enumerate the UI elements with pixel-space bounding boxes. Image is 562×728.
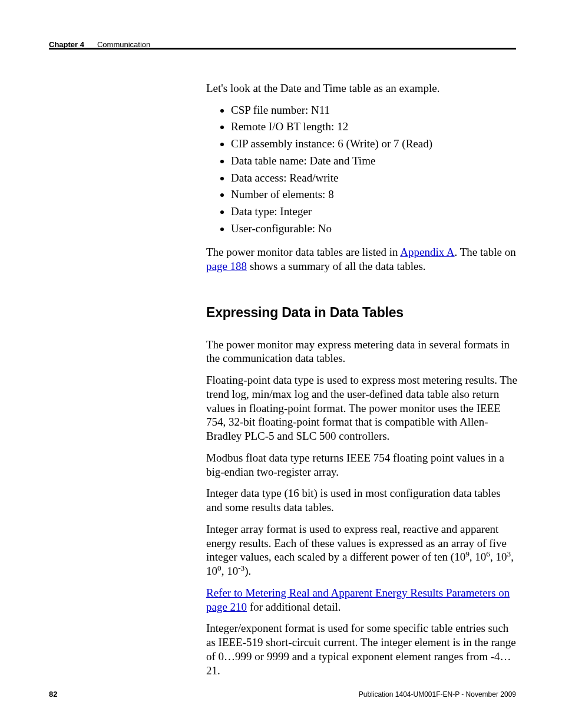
paragraph: Floating-point data type is used to expr… [206, 373, 518, 443]
page: Chapter 4 Communication Let's look at th… [0, 0, 562, 728]
list-item: Data table name: Date and Time [231, 154, 518, 169]
list-item: Number of elements: 8 [231, 187, 518, 202]
list-item: CIP assembly instance: 6 (Write) or 7 (R… [231, 137, 518, 151]
superscript: 6 [486, 549, 490, 558]
paragraph-refer-link: Refer to Metering Real and Apparent Ener… [206, 586, 518, 614]
paragraph: Integer data type (16 bit) is used in mo… [206, 486, 518, 515]
page-number: 82 [49, 690, 57, 699]
text-run: The power monitor data tables are listed… [206, 246, 400, 258]
footer: 82 Publication 1404-UM001F-EN-P - Novemb… [49, 690, 516, 699]
link-page-188[interactable]: page 188 [206, 260, 247, 272]
text-run: Integer array format is used to express … [206, 523, 507, 564]
text-run: for additional detail. [247, 601, 340, 613]
list-item: CSP file number: N11 [231, 103, 518, 118]
superscript: 0 [217, 564, 222, 572]
text-run: ). [244, 565, 251, 577]
paragraph: Modbus float data type returns IEEE 754 … [206, 451, 518, 479]
list-item: Remote I/O BT length: 12 [231, 120, 518, 134]
superscript: 9 [465, 549, 470, 558]
paragraph: Integer/exponent format is used for some… [206, 621, 518, 677]
link-appendix-a[interactable]: Appendix A [400, 246, 454, 258]
body-content: Let's look at the Date and Time table as… [206, 81, 518, 685]
paragraph: The power monitor may express metering d… [206, 338, 518, 366]
text-run: , 10 [222, 565, 239, 577]
text-run: shows a summary of all the data tables. [247, 260, 425, 272]
intro-paragraph: Let's look at the Date and Time table as… [206, 81, 518, 95]
list-item: Data access: Read/write [231, 171, 518, 186]
paragraph-integer-array: Integer array format is used to express … [206, 522, 518, 578]
header-rule [49, 48, 516, 50]
list-item: Data type: Integer [231, 205, 518, 219]
paragraph-appendix: The power monitor data tables are listed… [206, 245, 518, 274]
superscript: -3 [238, 564, 244, 572]
section-heading: Expressing Data in Data Tables [206, 304, 518, 321]
bullet-list: CSP file number: N11 Remote I/O BT lengt… [206, 103, 518, 236]
text-run: , 10 [470, 551, 487, 563]
text-run: , 10 [490, 551, 507, 563]
text-run: . The table on [455, 246, 516, 258]
publication-info: Publication 1404-UM001F-EN-P - November … [359, 690, 516, 699]
list-item: User-configurable: No [231, 222, 518, 236]
